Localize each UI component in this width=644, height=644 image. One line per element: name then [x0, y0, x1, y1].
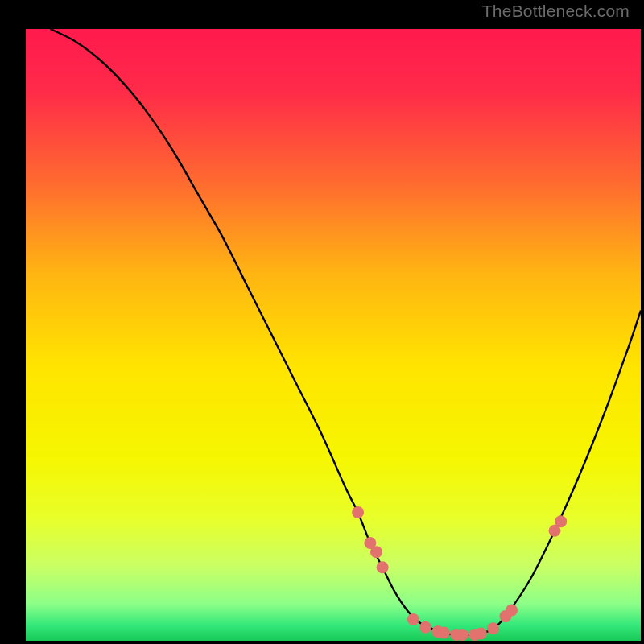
highlight-marker [407, 613, 419, 625]
outer-frame [11, 11, 633, 633]
highlight-marker [487, 622, 499, 634]
highlight-marker [506, 605, 518, 617]
highlight-marker [377, 561, 389, 573]
highlight-marker [555, 515, 567, 527]
gradient-background [26, 29, 641, 641]
bottleneck-chart [26, 29, 641, 641]
watermark-text: TheBottleneck.com [482, 2, 630, 21]
highlight-marker [438, 627, 450, 639]
highlight-marker [475, 627, 487, 639]
highlight-marker [370, 546, 382, 558]
highlight-marker [456, 629, 469, 641]
highlight-marker [352, 506, 364, 518]
highlight-marker [419, 621, 431, 634]
